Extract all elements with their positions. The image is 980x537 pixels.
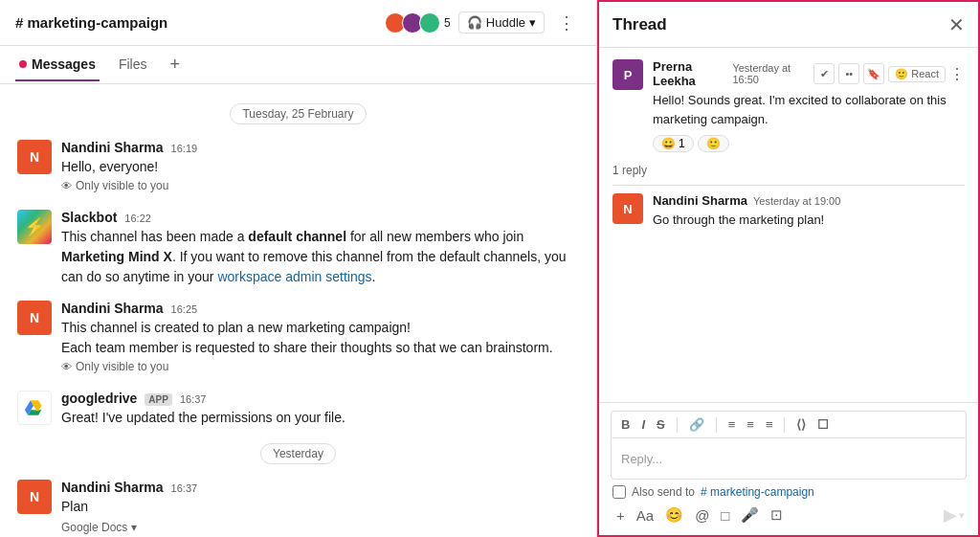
msg-header: Slackbot 16:22 — [61, 210, 579, 225]
msg-author: Nandini Sharma — [61, 480, 164, 495]
table-row: ⚡ Slackbot 16:22 This channel has been m… — [15, 206, 581, 291]
msg-header: Nandini Sharma 16:19 — [61, 140, 579, 155]
messages-area[interactable]: Tuesday, 25 February N Nandini Sharma 16… — [0, 84, 596, 537]
more-options-button[interactable]: ⋮ — [949, 65, 965, 83]
react-icon: 🙂 — [895, 68, 908, 80]
thread-action-icons: ✔ •• 🔖 🙂 React ⋮ — [813, 63, 965, 84]
thread-add-reaction[interactable]: 🙂 — [698, 135, 729, 152]
thread-messages[interactable]: P Prerna Leekha Yesterday at 16:50 ✔ •• … — [599, 48, 978, 402]
code-block-button[interactable]: ☐ — [813, 415, 833, 434]
bold-button[interactable]: B — [617, 415, 634, 434]
thread-divider — [612, 185, 965, 186]
channel-more-button[interactable]: ⋮ — [552, 11, 581, 35]
audio-button[interactable]: 🎤 — [737, 504, 763, 526]
checkmark-action[interactable]: ✔ — [813, 63, 835, 84]
replies-count: 1 reply — [612, 164, 965, 177]
thread-header: Thread ✕ — [599, 2, 978, 48]
msg-content: Nandini Sharma 16:19 Hello, everyone! 👁 … — [61, 140, 579, 196]
reply-toolbar: B I S 🔗 ≡ ≡ ≡ ⟨⟩ ☐ — [611, 411, 967, 437]
app-badge: APP — [145, 393, 172, 406]
video-button[interactable]: □ — [717, 505, 733, 526]
thread-msg-time: Yesterday at 16:50 — [732, 62, 808, 85]
msg-author: Slackbot — [61, 210, 117, 225]
blockquote-button[interactable]: ≡ — [762, 415, 777, 434]
send-icon: ▶ — [944, 504, 957, 526]
member-count: 5 — [444, 16, 451, 30]
thread-panel: Thread ✕ P Prerna Leekha Yesterday at 16… — [597, 0, 980, 537]
attach-button[interactable]: + — [612, 505, 629, 526]
avatar: N — [17, 140, 52, 174]
bookmark-action[interactable]: 🔖 — [863, 63, 884, 84]
format-button[interactable]: Aa — [633, 505, 657, 526]
visibility-note: 👁 Only visible to you — [61, 360, 579, 373]
mention-button[interactable]: @ — [691, 505, 713, 526]
msg-content: Nandini Sharma 16:37 Plan Google Docs ▾ … — [61, 480, 579, 537]
thread-msg-author: Prerna Leekha — [653, 59, 726, 88]
table-row: N Nandini Sharma 16:37 Plan Google Docs … — [15, 476, 581, 537]
send-button[interactable]: ▶ ▾ — [944, 504, 965, 526]
msg-time: 16:25 — [171, 303, 198, 315]
emoji-button[interactable]: 😊 — [661, 504, 687, 526]
chevron-down-icon: ▾ — [529, 15, 536, 30]
reply-input-box[interactable]: Reply... — [611, 437, 967, 480]
date-divider-tuesday: Tuesday, 25 February — [15, 103, 581, 124]
smiley-icon: 🙂 — [706, 137, 721, 150]
emoji-icon: 😀 — [661, 137, 676, 150]
date-divider-yesterday: Yesterday — [15, 443, 581, 464]
msg-author: Nandini Sharma — [61, 140, 164, 155]
more-dots-action[interactable]: •• — [838, 63, 859, 84]
tab-files[interactable]: Files — [115, 49, 151, 81]
italic-button[interactable]: I — [637, 415, 649, 434]
table-row: googledrive APP 16:37 Great! I've update… — [15, 387, 581, 432]
visibility-note: 👁 Only visible to you — [61, 179, 579, 192]
bottom-toolbar: + Aa 😊 @ □ 🎤 ⊡ ▶ ▾ — [611, 499, 967, 527]
also-send-channel: # marketing-campaign — [701, 485, 814, 499]
also-send-row: Also send to # marketing-campaign — [611, 485, 967, 499]
avatar — [17, 391, 52, 425]
thread-title: Thread — [612, 15, 948, 34]
huddle-button[interactable]: 🎧 Huddle ▾ — [458, 11, 545, 34]
also-send-checkbox[interactable] — [612, 485, 626, 499]
also-send-label: Also send to — [632, 485, 695, 499]
visibility-label: Only visible to you — [76, 179, 168, 192]
header-right: 5 🎧 Huddle ▾ ⋮ — [385, 11, 581, 35]
eye-icon: 👁 — [61, 361, 72, 372]
msg-text: Plan — [61, 497, 579, 517]
strikethrough-button[interactable]: S — [653, 415, 669, 434]
thread-close-button[interactable]: ✕ — [948, 15, 965, 34]
msg-time: 16:37 — [180, 393, 207, 405]
google-docs-label[interactable]: Google Docs ▾ — [61, 521, 579, 534]
toolbar-divider-2 — [716, 417, 717, 433]
msg-time: 16:37 — [171, 482, 198, 494]
msg-header: Nandini Sharma 16:25 — [61, 301, 579, 316]
add-tab-button[interactable]: + — [167, 53, 185, 77]
thread-msg-text: Hello! Sounds great. I'm excited to coll… — [653, 91, 965, 128]
react-button[interactable]: 🙂 React — [888, 66, 946, 82]
slackbot-icon: ⚡ — [24, 216, 45, 237]
ordered-list-button[interactable]: ≡ — [743, 415, 758, 434]
msg-text: Hello, everyone! — [61, 157, 579, 177]
thread-reactions: 😀 1 🙂 — [653, 131, 965, 152]
msg-content: googledrive APP 16:37 Great! I've update… — [61, 391, 579, 428]
table-row: N Nandini Sharma 16:25 This channel is c… — [15, 297, 581, 381]
date-badge-tuesday[interactable]: Tuesday, 25 February — [230, 103, 366, 124]
thread-msg-header: Prerna Leekha Yesterday at 16:50 ✔ •• 🔖 … — [653, 59, 965, 88]
date-badge-yesterday[interactable]: Yesterday — [260, 443, 336, 464]
workspace-admin-link[interactable]: workspace admin settings — [217, 269, 371, 284]
msg-header: Nandini Sharma 16:37 — [61, 480, 579, 495]
thread-emoji-reaction[interactable]: 😀 1 — [653, 135, 694, 152]
table-row: N Nandini Sharma 16:19 Hello, everyone! … — [15, 136, 581, 200]
list-button[interactable]: ≡ — [724, 415, 740, 434]
send-chevron: ▾ — [959, 509, 965, 522]
avatar: P — [612, 59, 643, 90]
shortcuts-button[interactable]: ⊡ — [767, 504, 787, 526]
link-button[interactable]: 🔗 — [685, 415, 708, 434]
msg-header: googledrive APP 16:37 — [61, 391, 579, 406]
reply-placeholder: Reply... — [621, 452, 662, 466]
tab-messages[interactable]: Messages — [15, 49, 100, 81]
unread-dot — [19, 60, 27, 68]
msg-text: This channel has been made a default cha… — [61, 227, 579, 287]
member-avatars[interactable]: 5 — [385, 12, 451, 34]
code-button[interactable]: ⟨⟩ — [792, 415, 810, 434]
tab-files-label: Files — [119, 56, 147, 72]
